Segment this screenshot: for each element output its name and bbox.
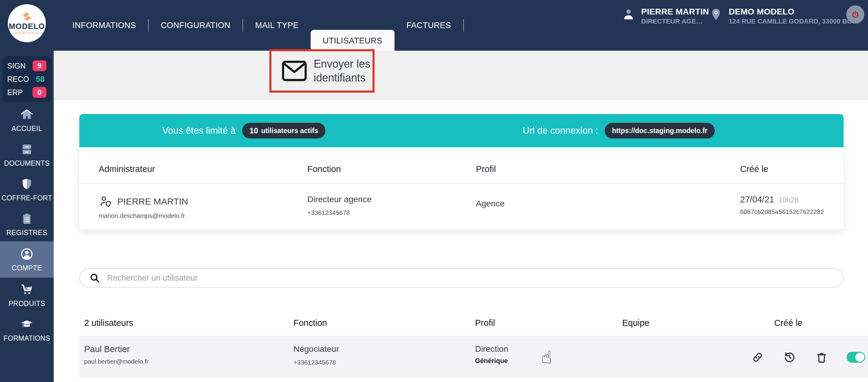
counter-sign-label: SIGN bbox=[7, 62, 26, 70]
envelope-icon bbox=[281, 60, 308, 82]
admin-created-time: 10h28 bbox=[778, 196, 799, 204]
sidebar-item-label: COMPTE bbox=[12, 264, 42, 272]
search-icon bbox=[89, 272, 100, 284]
logo-brand-text: MODELO bbox=[9, 22, 45, 31]
col-fonction: Fonction bbox=[293, 318, 475, 328]
tab-informations[interactable]: INFORMATIONS bbox=[60, 21, 148, 30]
admin-profil: Agence bbox=[476, 199, 740, 208]
sidebar-item-label: REGISTRES bbox=[6, 229, 48, 237]
limit-banner-left: Vous êtes limité à 10 utilisateurs actif… bbox=[162, 114, 326, 147]
counters-panel: SIGN 9 RECO 58 ERP 0 bbox=[2, 56, 51, 102]
send-credentials-line2: identifiants bbox=[314, 71, 370, 85]
user-row[interactable]: Paul Bertier paul.bertier@modelo.fr Négo… bbox=[79, 336, 868, 378]
tab-factures[interactable]: FACTURES bbox=[395, 21, 463, 30]
counter-erp-label: ERP bbox=[7, 88, 23, 97]
sidebar-item-formations[interactable]: FORMATIONS bbox=[0, 312, 54, 347]
logo-group-text: GROUPE SEPTEO bbox=[14, 32, 39, 34]
account-tabbar: INFORMATIONS CONFIGURATION MAIL TYPE UTI… bbox=[60, 0, 464, 51]
sidebar-item-accueil[interactable]: ACCUEIL bbox=[0, 102, 54, 137]
sidebar-item-label: COFFRE-FORT bbox=[1, 194, 52, 202]
toggle-knob bbox=[855, 353, 864, 362]
send-credentials-button-highlighted[interactable]: Envoyer les identifiants bbox=[269, 49, 375, 93]
history-icon[interactable] bbox=[783, 350, 797, 364]
col-cree-le: Créé le bbox=[740, 164, 835, 174]
user-name: PIERRE MARTIN bbox=[641, 7, 709, 17]
counter-erp[interactable]: ERP 0 bbox=[7, 87, 46, 98]
col-profil: Profil bbox=[476, 164, 740, 174]
col-profil: Profil bbox=[475, 318, 622, 328]
counter-reco-value: 58 bbox=[36, 75, 46, 84]
admin-table-header: Administrateur Fonction Profil Créé le bbox=[79, 147, 843, 184]
admin-uid: 6087cb2d85a56152c7622282 bbox=[740, 208, 835, 215]
counter-sign[interactable]: SIGN 9 bbox=[7, 60, 46, 71]
main-sidebar: MODELO GROUPE SEPTEO SIGN 9 RECO 58 ERP … bbox=[0, 0, 54, 382]
top-header: INFORMATIONS CONFIGURATION MAIL TYPE UTI… bbox=[0, 0, 868, 51]
connection-url-label: Url de connexion : bbox=[523, 125, 598, 136]
user-row-actions bbox=[751, 350, 865, 364]
col-equipe: Equipe bbox=[622, 318, 769, 328]
tab-separator bbox=[463, 19, 464, 32]
home-icon bbox=[20, 108, 34, 122]
admin-created-date: 27/04/21 bbox=[740, 195, 774, 205]
admin-table-row[interactable]: PIERRE MARTIN marion.deschamps@modelo.fr… bbox=[79, 184, 843, 230]
sidebar-item-registres[interactable]: REGISTRES bbox=[0, 207, 54, 241]
users-table: 2 utilisateurs Fonction Profil Equipe Cr… bbox=[79, 314, 868, 378]
graduation-cap-icon bbox=[20, 317, 34, 332]
sidebar-item-label: FORMATIONS bbox=[4, 334, 50, 343]
counter-reco-label: RECO bbox=[7, 75, 29, 84]
agency-block[interactable]: DEMO MODELO 124 RUE CAMILLE GODARD, 3300… bbox=[709, 7, 859, 26]
sidebar-item-coffre-fort[interactable]: COFFRE-FORT bbox=[0, 172, 54, 207]
user-row-email: paul.bertier@modelo.fr bbox=[84, 358, 293, 365]
search-input[interactable] bbox=[107, 273, 834, 283]
logout-button[interactable] bbox=[846, 5, 864, 24]
sidebar-item-produits[interactable]: PRODUITS bbox=[0, 277, 54, 312]
users-toolbar bbox=[54, 51, 868, 99]
connection-url-badge[interactable]: https://doc.staging.modelo.fr bbox=[605, 123, 715, 139]
sidebar-item-label: ACCUEIL bbox=[11, 125, 42, 133]
admin-fonction: Directeur agence bbox=[307, 195, 476, 204]
limit-banner: Vous êtes limité à 10 utilisateurs actif… bbox=[79, 114, 843, 147]
sidebar-item-label: PRODUITS bbox=[8, 300, 45, 308]
user-row-fonction: Négociateur bbox=[293, 344, 475, 354]
drawers-icon bbox=[20, 142, 34, 156]
sidebar-item-documents[interactable]: DOCUMENTS bbox=[0, 137, 54, 172]
modelo-logo[interactable]: MODELO GROUPE SEPTEO bbox=[8, 4, 46, 42]
send-credentials-line1: Envoyer les bbox=[314, 57, 370, 71]
tab-configuration[interactable]: CONFIGURATION bbox=[149, 21, 243, 30]
sidebar-nav: ACCUEIL DOCUMENTS COFFRE-FORT bbox=[0, 102, 54, 347]
link-icon[interactable] bbox=[751, 350, 765, 364]
modelo-logo-mark-icon bbox=[21, 12, 33, 21]
user-role: DIRECTEUR AGE… bbox=[641, 17, 709, 26]
trash-icon[interactable] bbox=[815, 350, 829, 364]
power-icon bbox=[849, 9, 861, 20]
account-icon bbox=[20, 247, 34, 261]
user-avatar-icon bbox=[621, 7, 636, 22]
shield-icon bbox=[20, 177, 34, 191]
users-table-header: 2 utilisateurs Fonction Profil Equipe Cr… bbox=[79, 314, 868, 336]
clipboard-icon bbox=[20, 211, 34, 226]
admin-name: PIERRE MARTIN bbox=[117, 197, 188, 207]
col-administrateur: Administrateur bbox=[99, 164, 307, 174]
admin-phone: +33612345678 bbox=[307, 209, 476, 216]
counter-erp-badge: 0 bbox=[33, 87, 46, 98]
agency-name: DEMO MODELO bbox=[728, 7, 859, 17]
counter-reco[interactable]: RECO 58 bbox=[7, 74, 46, 85]
limit-text: Vous êtes limité à bbox=[162, 125, 236, 136]
counter-sign-badge: 9 bbox=[33, 60, 46, 71]
sidebar-item-compte[interactable]: COMPTE bbox=[0, 241, 54, 277]
user-search bbox=[79, 268, 843, 288]
user-active-toggle-on[interactable] bbox=[846, 352, 865, 363]
limit-banner-right: Url de connexion : https://doc.staging.m… bbox=[523, 114, 715, 147]
col-cree-le: Créé le bbox=[769, 318, 868, 328]
admin-email: marion.deschamps@modelo.fr bbox=[99, 212, 307, 219]
tab-mail-type[interactable]: MAIL TYPE bbox=[243, 21, 311, 30]
admin-card: Vous êtes limité à 10 utilisateurs actif… bbox=[79, 114, 843, 230]
active-users-badge[interactable]: 10 utilisateurs actifs bbox=[242, 123, 326, 139]
location-pin-icon bbox=[709, 7, 723, 22]
active-users-count: 10 bbox=[249, 126, 258, 136]
col-fonction: Fonction bbox=[307, 164, 476, 174]
agency-address: 124 RUE CAMILLE GODARD, 33000 BO… bbox=[728, 17, 859, 26]
hand-cursor: ☝ bbox=[541, 347, 552, 368]
active-users-suffix: utilisateurs actifs bbox=[261, 127, 318, 135]
current-user-block[interactable]: PIERRE MARTIN DIRECTEUR AGE… bbox=[621, 7, 709, 26]
